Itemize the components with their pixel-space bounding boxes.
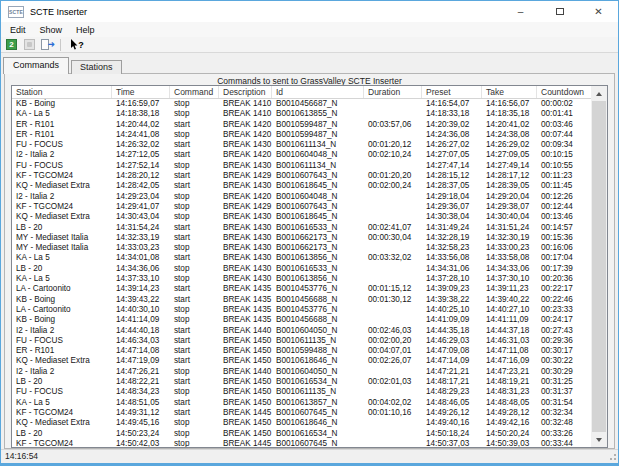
cell-duration: 00:02:26,07: [364, 356, 422, 366]
table-row[interactable]: FU - FOCUS14:27:52,14stopBREAK 1430B0010…: [12, 161, 591, 171]
cell-countdown: 00:31:25: [537, 377, 591, 387]
cell-id: B0010613856_N: [272, 253, 364, 263]
maximize-button[interactable]: [540, 1, 579, 22]
menu-show[interactable]: Show: [33, 25, 70, 35]
table-row[interactable]: KF - TGCOM2414:29:41,07stopBREAK 1429B00…: [12, 202, 591, 212]
table-row[interactable]: FU - FOCUS14:26:32,02startBREAK 1430B001…: [12, 140, 591, 150]
table-row[interactable]: LA - Cartoonito14:40:30,10stopBREAK 1435…: [12, 305, 591, 315]
cell-preset: 14:34:31,06: [422, 264, 482, 274]
table-row[interactable]: KB - Boing14:41:14,09stopBREAK 1435B0010…: [12, 315, 591, 325]
context-help-button[interactable]: ?: [66, 38, 88, 51]
cell-duration: [364, 387, 422, 397]
table-row[interactable]: KB - Boing14:16:59,07stopBREAK 1410B0010…: [12, 99, 591, 109]
resize-grip[interactable]: [608, 452, 616, 460]
cell-time: 14:48:22,21: [112, 377, 170, 387]
cell-station: KQ - Mediaset Extra: [12, 418, 112, 428]
cell-id: B0010604048_N: [272, 150, 364, 160]
toolbar: 2 ➜ ?: [1, 37, 618, 53]
table-row[interactable]: KA - La 514:34:01,08startBREAK 1430B0010…: [12, 253, 591, 263]
column-header-countdown[interactable]: Countdown: [537, 86, 591, 98]
cell-command: stop: [170, 99, 219, 109]
chevron-up-icon: [596, 92, 602, 96]
cell-countdown: 00:10:15: [537, 150, 591, 160]
table-row[interactable]: LA - Cartoonito14:39:14,23startBREAK 143…: [12, 284, 591, 294]
table-row[interactable]: KQ - Mediaset Extra14:30:43,04stopBREAK …: [12, 212, 591, 222]
table-row[interactable]: I2 - Italia 214:44:40,18startBREAK 1440B…: [12, 326, 591, 336]
cell-take: 14:46:31,03: [482, 336, 537, 346]
table-row[interactable]: MY - Mediaset Italia14:33:03,23stopBREAK…: [12, 243, 591, 253]
cell-countdown: 00:17:39: [537, 264, 591, 274]
cell-id: B0010662173_N: [272, 243, 364, 253]
table-row[interactable]: KQ - Mediaset Extra14:28:42,05startBREAK…: [12, 181, 591, 191]
exit-button[interactable]: ➜: [40, 38, 55, 51]
cell-station: FU - FOCUS: [12, 387, 112, 397]
export-button[interactable]: 2: [4, 38, 19, 51]
tab-stations[interactable]: Stations: [71, 60, 122, 74]
title-bar[interactable]: SCTE SCTE Inserter – ✕: [1, 1, 618, 22]
close-button[interactable]: ✕: [579, 1, 618, 22]
minimize-button[interactable]: –: [501, 1, 540, 22]
column-header-command[interactable]: Command: [170, 86, 219, 98]
column-header-take[interactable]: Take: [482, 86, 537, 98]
cell-countdown: 00:23:33: [537, 305, 591, 315]
scroll-down-button[interactable]: [591, 432, 607, 447]
table-row[interactable]: KF - TGCOM2414:28:20,12startBREAK 1429B0…: [12, 171, 591, 181]
cell-countdown: 00:17:04: [537, 253, 591, 263]
cell-description: BREAK 1450: [219, 336, 272, 346]
table-row[interactable]: KF - TGCOM2414:50:42,03stopBREAK 1445B00…: [12, 439, 591, 447]
column-header-time[interactable]: Time: [112, 86, 170, 98]
table-row[interactable]: LB - 2014:48:22,21startBREAK 1450B001061…: [12, 377, 591, 387]
cell-description: BREAK 1435: [219, 284, 272, 294]
cell-description: BREAK 1410: [219, 99, 272, 109]
table-row[interactable]: KF - TGCOM2414:49:31,12startBREAK 1445B0…: [12, 408, 591, 418]
table-row[interactable]: FU - FOCUS14:48:34,23stopBREAK 1450B0010…: [12, 387, 591, 397]
cell-countdown: 00:11:45: [537, 181, 591, 191]
table-row[interactable]: I2 - Italia 214:27:12,05startBREAK 1420B…: [12, 150, 591, 160]
table-row[interactable]: FU - FOCUS14:46:34,03startBREAK 1450B001…: [12, 336, 591, 346]
table-row[interactable]: KQ - Mediaset Extra14:49:45,16stopBREAK …: [12, 418, 591, 428]
cell-id: B0010616533_N: [272, 223, 364, 233]
table-row[interactable]: KA - La 514:37:33,10stopBREAK 1430B00106…: [12, 274, 591, 284]
column-header-duration[interactable]: Duration: [364, 86, 422, 98]
cell-preset: 14:28:15,12: [422, 171, 482, 181]
table-row[interactable]: KB - Boing14:39:43,22startBREAK 1435B001…: [12, 295, 591, 305]
table-row[interactable]: I2 - Italia 214:47:26,21stopBREAK 1440B0…: [12, 367, 591, 377]
cell-description: BREAK 1440: [219, 367, 272, 377]
cell-time: 14:18:38,18: [112, 109, 170, 119]
cell-description: BREAK 1450: [219, 346, 272, 356]
cell-preset: 14:50:18,24: [422, 429, 482, 439]
cell-take: 14:47:23,21: [482, 367, 537, 377]
column-header-preset[interactable]: Preset: [422, 86, 482, 98]
column-header-station[interactable]: Station: [12, 86, 112, 98]
cell-countdown: 00:20:36: [537, 274, 591, 284]
menu-help[interactable]: Help: [69, 25, 102, 35]
cell-station: FU - FOCUS: [12, 336, 112, 346]
cell-preset: 14:20:39,02: [422, 120, 482, 130]
column-header-description[interactable]: Description: [219, 86, 272, 98]
table-row[interactable]: I2 - Italia 214:29:23,04stopBREAK 1420B0…: [12, 192, 591, 202]
table-row[interactable]: MY - Mediaset Italia14:32:33,19startBREA…: [12, 233, 591, 243]
table-row[interactable]: KA - La 514:18:38,18stopBREAK 1410B00106…: [12, 109, 591, 119]
cell-id: B0010616534_N: [272, 377, 364, 387]
column-header-id[interactable]: Id: [272, 86, 364, 98]
vertical-scrollbar[interactable]: [591, 86, 607, 447]
cell-time: 14:34:01,08: [112, 253, 170, 263]
table-row[interactable]: LB - 2014:31:54,24startBREAK 1430B001061…: [12, 223, 591, 233]
app-icon[interactable]: SCTE: [8, 6, 24, 18]
table-row[interactable]: KQ - Mediaset Extra14:47:19,09startBREAK…: [12, 356, 591, 366]
scrollbar-thumb[interactable]: [592, 101, 606, 432]
table-row[interactable]: LB - 2014:50:23,24stopBREAK 1450B0010616…: [12, 429, 591, 439]
table-row[interactable]: LB - 2014:34:36,06stopBREAK 1430B0010616…: [12, 264, 591, 274]
tab-commands[interactable]: Commands: [3, 57, 69, 74]
table-row[interactable]: ER - R10114:20:44,02startBREAK 1420B0010…: [12, 120, 591, 130]
scroll-up-button[interactable]: [591, 86, 607, 101]
menu-edit[interactable]: Edit: [3, 25, 33, 35]
table-row[interactable]: ER - R10114:24:41,08stopBREAK 1420B00105…: [12, 130, 591, 140]
cell-preset: 14:48:29,23: [422, 387, 482, 397]
cell-time: 14:39:14,23: [112, 284, 170, 294]
table-row[interactable]: ER - R10114:47:14,08startBREAK 1450B0010…: [12, 346, 591, 356]
disabled-tool-button: [22, 38, 37, 51]
cell-station: KQ - Mediaset Extra: [12, 181, 112, 191]
cell-id: B0010604050_N: [272, 367, 364, 377]
table-row[interactable]: KA - La 514:48:51,05startBREAK 1450B0010…: [12, 398, 591, 408]
